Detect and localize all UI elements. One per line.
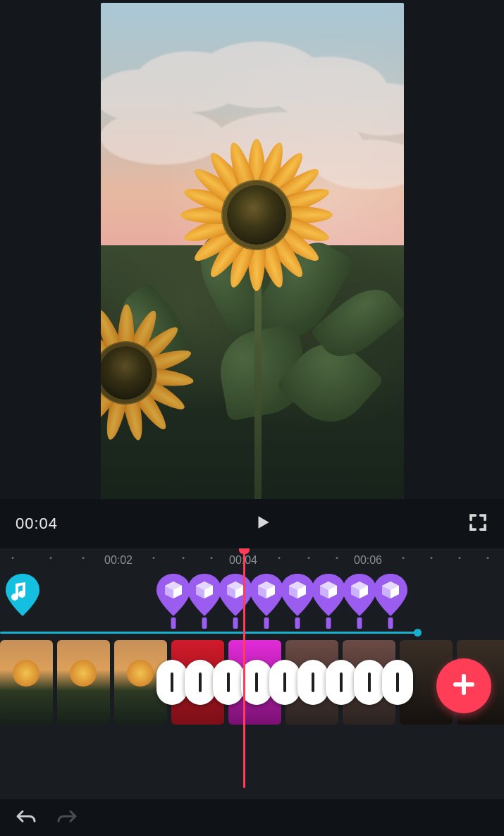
plus-icon [451,672,477,700]
bottom-bar [0,799,504,836]
video-clip[interactable] [0,640,53,725]
transition-pill[interactable] [297,660,328,705]
video-clip[interactable] [57,640,110,725]
transport-bar: 00:04 [0,499,504,548]
current-time-label: 00:04 [16,515,58,533]
add-clip-button[interactable] [436,658,491,713]
redo-button[interactable] [56,807,78,828]
transition-row [159,660,413,705]
time-ruler[interactable]: 00:02 00:04 00:06 [0,548,504,572]
music-marker[interactable] [3,572,42,619]
transition-pill[interactable] [241,660,272,705]
video-editor-app: 00:04 00:02 00:04 00:06 [0,0,504,836]
preview-subject [183,141,331,289]
ruler-mark: 00:02 [104,554,133,567]
effect-marker[interactable] [371,572,410,619]
transition-pill[interactable] [213,660,244,705]
play-icon [254,513,272,534]
video-preview[interactable] [101,3,404,499]
transition-pill[interactable] [185,660,216,705]
transition-pill[interactable] [156,660,188,705]
undo-button[interactable] [16,807,37,828]
audio-track-line[interactable] [0,632,418,634]
preview-area [0,0,504,499]
ruler-mark: 00:06 [354,554,382,567]
marker-row [0,572,504,630]
timeline[interactable]: 00:02 00:04 00:06 [0,548,504,799]
transition-pill[interactable] [354,660,385,705]
fullscreen-button[interactable] [467,512,488,536]
playhead[interactable] [243,548,245,788]
transition-pill[interactable] [326,660,357,705]
transition-pill[interactable] [269,660,300,705]
redo-icon [56,816,78,828]
fullscreen-icon [467,523,488,535]
undo-icon [16,816,37,828]
transition-pill[interactable] [382,660,413,705]
play-button[interactable] [252,512,274,535]
